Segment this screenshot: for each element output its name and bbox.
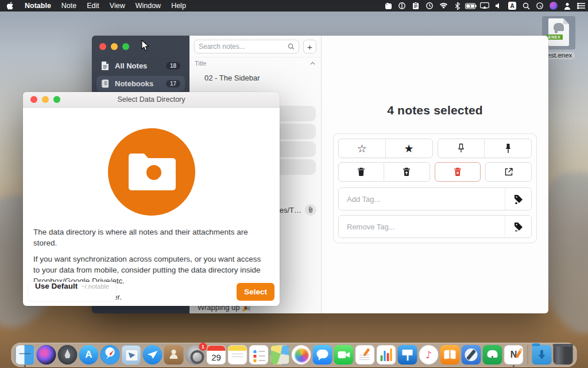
dock-keynote-icon[interactable]	[398, 345, 417, 365]
circle-slash-icon[interactable]	[395, 2, 409, 10]
dock-mail-icon[interactable]	[122, 345, 141, 365]
dock-messages-icon[interactable]	[313, 345, 332, 365]
siri-icon[interactable]	[547, 2, 560, 10]
list-column-header[interactable]: Title	[189, 57, 321, 69]
zoom-button[interactable]	[53, 96, 60, 103]
favorite-off-button[interactable]: ☆	[339, 139, 385, 158]
menu-item-edit[interactable]: Edit	[82, 2, 105, 10]
use-default-label: Use Default	[35, 282, 78, 290]
close-button[interactable]	[99, 43, 106, 50]
delete-permanently-button[interactable]	[435, 162, 481, 182]
trash-x-icon	[454, 167, 462, 177]
menu-item-note[interactable]: Note	[56, 2, 82, 10]
dock-trash-icon[interactable]	[554, 345, 573, 365]
dock-paper-airplane-icon[interactable]	[143, 345, 163, 365]
notification-badge: 1	[199, 343, 207, 351]
use-default-button[interactable]: Use Default ~/.notable	[28, 282, 116, 301]
dock-contacts-icon[interactable]	[164, 345, 184, 365]
add-tag-input[interactable]	[339, 188, 505, 210]
search-box[interactable]	[194, 40, 299, 53]
time-machine-icon[interactable]	[423, 2, 436, 10]
enex-badge: ENEX	[547, 34, 563, 40]
default-path: ~/.notable	[81, 283, 109, 290]
pin-on-button[interactable]	[484, 139, 531, 158]
dock-evernote-icon[interactable]	[483, 345, 502, 365]
zoom-button[interactable]	[122, 43, 129, 50]
move-to-trash-button[interactable]	[339, 163, 384, 181]
paperclip-icon	[305, 204, 316, 216]
folder-search-icon	[108, 128, 195, 216]
dialog-window-controls	[23, 92, 60, 103]
note-row[interactable]: 02 - The Sidebar	[189, 69, 321, 86]
user-icon[interactable]	[560, 2, 574, 10]
evernote-status-icon[interactable]	[381, 2, 395, 10]
menu-item-window[interactable]: Window	[130, 2, 166, 10]
menu-item-view[interactable]: View	[105, 2, 130, 10]
new-note-button[interactable]: +	[303, 40, 316, 53]
sidebar-item-all-notes[interactable]: All Notes 18	[96, 58, 185, 74]
pin-off-button[interactable]	[438, 139, 485, 158]
dock-facetime-icon[interactable]	[334, 345, 354, 365]
dock-books-icon[interactable]	[440, 345, 460, 365]
notebooks-count-badge: 17	[166, 80, 180, 87]
clock-icon[interactable]	[533, 2, 547, 10]
dock-safari-icon[interactable]	[100, 345, 120, 365]
dock-pages-icon[interactable]	[355, 345, 375, 365]
sidebar-item-notebooks[interactable]: Notebooks 17	[96, 76, 185, 91]
dock: A 1 29 N	[11, 343, 577, 367]
list-icon[interactable]	[574, 3, 588, 9]
clipboard-icon[interactable]	[409, 2, 423, 10]
pin-button-group	[438, 139, 532, 158]
bluetooth-icon[interactable]	[450, 2, 464, 10]
wifi-icon[interactable]	[436, 2, 450, 9]
dock-notable-icon[interactable]: N	[504, 345, 524, 365]
column-header-title: Title	[195, 60, 310, 67]
dock-siri-icon[interactable]	[37, 345, 56, 365]
dock-photos-icon[interactable]	[292, 345, 311, 365]
add-tag-button[interactable]	[505, 188, 531, 210]
remove-tag-button[interactable]	[505, 216, 531, 237]
dock-downloads-icon[interactable]	[532, 345, 552, 365]
airplay-display-icon[interactable]	[478, 2, 492, 9]
open-externally-button[interactable]	[485, 162, 532, 182]
input-source-icon[interactable]: A	[505, 2, 519, 10]
menu-item-help[interactable]: Help	[166, 2, 191, 10]
selection-heading: 4 notes selected	[333, 103, 537, 117]
dock-reminders-icon[interactable]	[249, 345, 269, 365]
dock-maps-icon[interactable]	[270, 345, 290, 365]
battery-charging-icon[interactable]	[464, 3, 478, 9]
sidebar-item-label: All Notes	[115, 62, 166, 70]
dock-system-preferences-icon[interactable]: 1	[185, 345, 205, 365]
close-button[interactable]	[30, 96, 37, 103]
dock-finder-icon[interactable]	[16, 345, 35, 365]
select-button[interactable]: Select	[237, 283, 274, 301]
dock-separator	[528, 345, 528, 365]
dock-calendar-icon[interactable]: 29	[207, 345, 226, 365]
remove-tag-input[interactable]	[339, 216, 505, 237]
search-input[interactable]	[199, 43, 288, 51]
dock-itunes-icon[interactable]	[419, 345, 439, 365]
dock-launchpad-icon[interactable]	[58, 345, 78, 365]
pin-outline-icon	[457, 143, 465, 154]
dock-xcode-icon[interactable]	[462, 345, 481, 365]
desktop: Notable Note Edit View Window Help A ENE…	[0, 0, 588, 368]
sidebar-item-label: Notebooks	[115, 79, 166, 88]
dock-notes-icon[interactable]	[228, 345, 247, 365]
note-row-with-attachment[interactable]: tes/T…	[277, 204, 316, 216]
calendar-day: 29	[211, 351, 221, 364]
minimize-button[interactable]	[111, 43, 118, 50]
tag-minus-icon	[513, 221, 524, 232]
volume-icon[interactable]	[492, 2, 505, 9]
search-icon[interactable]	[519, 2, 533, 10]
favorite-on-button[interactable]: ★	[385, 139, 432, 158]
minimize-button[interactable]	[42, 96, 49, 103]
external-link-icon	[504, 167, 513, 177]
dock-app-store-icon[interactable]: A	[79, 345, 99, 365]
notebook-icon	[101, 79, 110, 88]
apple-menu[interactable]	[0, 2, 20, 10]
dock-numbers-icon[interactable]	[377, 345, 396, 365]
star-outline-icon: ☆	[357, 143, 367, 154]
menu-item-notable[interactable]: Notable	[20, 2, 56, 10]
dialog-footer: Use Default ~/.notable Select	[23, 277, 280, 306]
restore-from-trash-button[interactable]	[384, 163, 429, 181]
